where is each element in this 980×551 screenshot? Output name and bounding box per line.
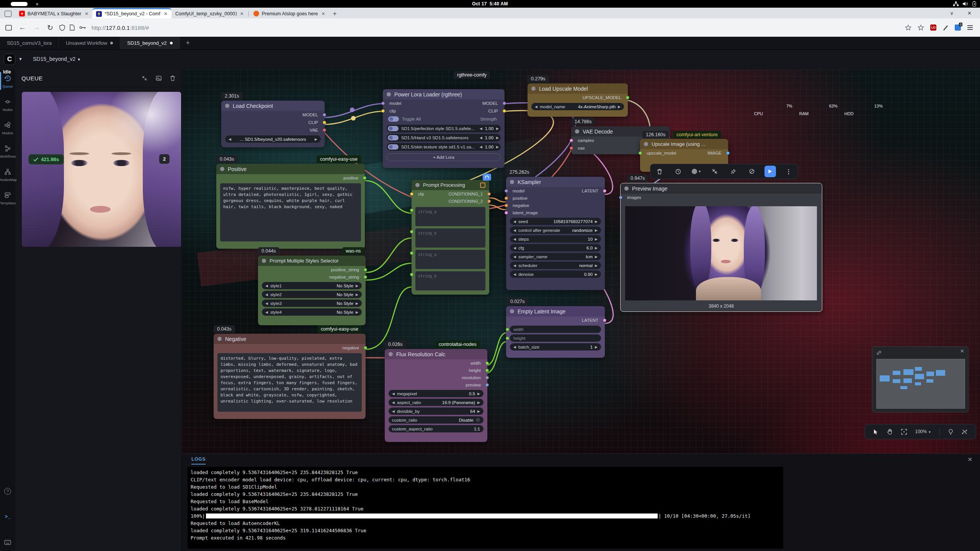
decrement-arrow[interactable]: ◀: [513, 246, 516, 250]
group-action-icon[interactable]: [483, 174, 491, 181]
increment-arrow[interactable]: ▶: [595, 255, 598, 259]
graph-canvas[interactable]: 2.301s Load Checkpoint MODEL CLIP VAE ◀.…: [182, 70, 980, 551]
string-textarea[interactable]: string_a: [415, 250, 485, 269]
collapse-dot[interactable]: [644, 142, 648, 146]
increment-arrow[interactable]: ▶: [356, 310, 358, 314]
collapse-dot[interactable]: [510, 180, 514, 184]
output-port-negative[interactable]: [364, 346, 367, 350]
close-tab-icon[interactable]: ✕: [85, 11, 88, 16]
collapse-dot[interactable]: [220, 167, 224, 171]
input-port-model[interactable]: [381, 102, 385, 105]
minimap-link-icon[interactable]: [876, 350, 882, 355]
output-port-conditioning-2[interactable]: [487, 199, 491, 203]
link-visibility-icon[interactable]: [962, 429, 967, 435]
preview-image-output[interactable]: [625, 206, 817, 300]
window-close-icon[interactable]: ✕: [967, 10, 972, 16]
node-widget[interactable]: ◀ denoise 0.90 ▶: [510, 271, 601, 278]
input-port-string[interactable]: [410, 273, 413, 276]
extension-icon[interactable]: [942, 24, 949, 31]
decrement-arrow[interactable]: ◀: [480, 136, 482, 140]
color-picker-icon[interactable]: ▼: [691, 166, 702, 177]
sidebar-item-workflows[interactable]: Workflows: [0, 145, 15, 158]
collapse-dot[interactable]: [217, 337, 222, 341]
output-port-negative-string[interactable]: [364, 275, 367, 279]
browser-menu-icon[interactable]: [967, 25, 973, 30]
negative-prompt-textarea[interactable]: distorted, blurry, low-quality, pixelate…: [217, 353, 362, 412]
decrement-arrow[interactable]: ◀: [513, 264, 516, 267]
increment-arrow[interactable]: ▶: [595, 220, 598, 223]
custom-aspect-ratio-widget[interactable]: custom_aspect_ratio1:1: [389, 425, 483, 432]
decrement-arrow[interactable]: ◀: [265, 284, 268, 288]
new-workflow-button[interactable]: +: [180, 37, 196, 49]
lightbulb-icon[interactable]: [948, 429, 953, 435]
key-icon[interactable]: [79, 26, 86, 29]
node-widget[interactable]: ◀ scheduler normal ▶: [510, 262, 601, 269]
browser-tab-4[interactable]: Premium AIslop goes here ✕: [250, 9, 329, 18]
decrement-arrow[interactable]: ◀: [265, 310, 268, 314]
increment-arrow[interactable]: ▶: [477, 409, 480, 413]
collapse-dot[interactable]: [510, 309, 514, 313]
browser-tab-3[interactable]: ComfyUI_temp_xzvky_00001 ✕: [172, 9, 248, 18]
collapse-dot[interactable]: [262, 259, 266, 263]
workflow-name-dropdown[interactable]: SD15_beyond_v2 ▼: [33, 56, 81, 62]
node-ksampler[interactable]: KSampler modelLATENT positive negative l…: [506, 177, 605, 290]
output-port-positive-string[interactable]: [364, 268, 367, 271]
output-port-upscale-model[interactable]: [626, 96, 629, 99]
lora-row[interactable]: SD1.5/skin texture style sd1.5 v1.sa... …: [387, 143, 501, 151]
extension-star-icon[interactable]: [918, 24, 924, 31]
input-port-samples[interactable]: [570, 139, 573, 142]
more-options-icon[interactable]: ⋮: [783, 166, 794, 177]
collapse-dot[interactable]: [389, 352, 393, 356]
ckpt-name-widget[interactable]: ◀... SD1.5/beyond_v20.safetensors▶: [225, 135, 321, 143]
increment-arrow[interactable]: ▶: [356, 284, 358, 288]
input-port-clip[interactable]: [410, 192, 413, 196]
output-port-positive[interactable]: [363, 176, 366, 180]
output-port-conditioning-1[interactable]: [487, 192, 491, 196]
output-port-vae[interactable]: [323, 129, 326, 132]
forward-icon[interactable]: →: [33, 23, 40, 32]
node-widget[interactable]: ◀ style3 No Style ▶: [262, 300, 362, 307]
node-empty-latent-image[interactable]: Empty Latent Image LATENT width height ◀…: [506, 306, 605, 358]
shortcuts-icon[interactable]: [0, 540, 15, 546]
network-icon[interactable]: [953, 1, 959, 7]
collapse-dot[interactable]: [531, 86, 536, 91]
node-load-checkpoint[interactable]: Load Checkpoint MODEL CLIP VAE ◀... SD1.…: [221, 101, 325, 147]
node-preview-image[interactable]: Preview Image images 3840 x 2048: [620, 183, 822, 312]
node-widget[interactable]: ◀ sampler_name lcm ▶: [510, 253, 601, 260]
output-port-width[interactable]: [485, 361, 489, 365]
sidebar-item-templates[interactable]: Templates: [0, 192, 15, 205]
run-selection-icon[interactable]: [764, 166, 776, 177]
string-textarea[interactable]: string_b: [415, 228, 485, 248]
collapse-dot[interactable]: [387, 92, 391, 96]
back-icon[interactable]: ←: [19, 23, 26, 32]
volume-icon[interactable]: [962, 1, 968, 7]
add-lora-button[interactable]: + Add Lora: [387, 153, 501, 161]
pin-icon[interactable]: [728, 166, 739, 177]
toggle-all-switch[interactable]: [388, 116, 399, 122]
collapse-node-icon[interactable]: [709, 166, 720, 177]
increment-arrow[interactable]: ▶: [477, 401, 480, 404]
pan-hand-icon[interactable]: [887, 429, 893, 435]
lora-toggle[interactable]: [388, 135, 399, 140]
node-prompt-processing[interactable]: Prompt Processing clipCONDITIONING_1 CON…: [412, 180, 489, 295]
help-icon[interactable]: ?: [0, 487, 15, 495]
shield-icon[interactable]: [59, 24, 65, 31]
output-port-height[interactable]: [485, 368, 489, 372]
increment-arrow[interactable]: ▶: [595, 272, 598, 276]
terminal-logs-icon[interactable]: >_: [0, 514, 15, 519]
height-input-widget[interactable]: height: [510, 334, 601, 342]
queue-result-thumbnail[interactable]: [22, 92, 181, 247]
pointer-tool-icon[interactable]: [873, 429, 879, 435]
battery-icon[interactable]: [972, 1, 977, 7]
input-port-upscale-model[interactable]: [639, 152, 642, 155]
increment-arrow[interactable]: ▶: [496, 136, 499, 140]
close-tab-icon[interactable]: ✕: [321, 11, 325, 16]
browser-tab-1[interactable]: BABYMETAL x Slaughter ✕: [15, 9, 92, 18]
refresh-icon[interactable]: [672, 166, 684, 177]
minimap-viewport[interactable]: [876, 359, 965, 409]
minimap-panel[interactable]: ✕: [872, 346, 969, 412]
lora-row[interactable]: SD1.5/perfection style SD1.5.safete... ◀…: [387, 125, 501, 132]
node-widget[interactable]: ◀ seed 1058197683277074 ▶: [510, 218, 601, 225]
string-textarea[interactable]: string_a: [415, 207, 485, 226]
node-widget[interactable]: ◀ style2 No Style ▶: [262, 291, 362, 298]
